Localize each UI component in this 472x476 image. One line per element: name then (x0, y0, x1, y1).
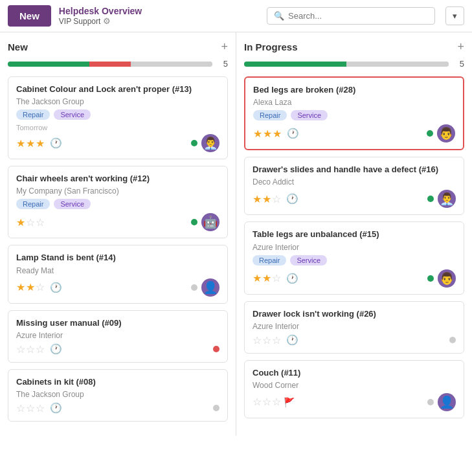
card-title: Missing user manual (#09) (16, 317, 219, 329)
column-count: 5 (454, 59, 464, 69)
clock-icon: 🕐 (286, 334, 298, 346)
kanban-card[interactable]: Table legs are unbalanced (#15) Azure In… (244, 221, 464, 294)
app-header: New Helpdesk Overview VIP Support ⚙ 🔍 ▾ (0, 0, 472, 32)
bar-container (8, 62, 212, 67)
bar-segment-red (89, 62, 130, 67)
star-empty: ☆ (26, 402, 35, 414)
card-footer: ☆☆☆ 🕐 (16, 402, 219, 414)
kanban-card[interactable]: Couch (#11) Wood Corner ☆☆☆ 🚩 👤 (244, 360, 464, 418)
star-empty: ☆ (36, 216, 45, 229)
kanban-card[interactable]: Bed legs are broken (#28) Alexa Laza Rep… (244, 76, 464, 150)
star-empty: ☆ (262, 396, 271, 408)
card-tags: RepairService (16, 199, 219, 209)
tag-service: Service (290, 255, 327, 266)
stars: ★★☆ (253, 193, 281, 205)
kanban-card[interactable]: Drawer lock isn't working (#26) Azure In… (244, 301, 464, 354)
kanban-board: New + 5 Cabinet Colour and Lock aren't p… (0, 32, 472, 436)
avatar: 👨‍💼 (438, 190, 456, 208)
star-empty: ☆ (16, 402, 25, 414)
column-in-progress: In Progress + 5 Bed legs are broken (#28… (236, 32, 472, 436)
card-rating: ★★☆ 🕐 (253, 272, 298, 284)
avatar: 🤖 (201, 213, 219, 231)
kanban-card[interactable]: Missing user manual (#09) Azure Interior… (8, 310, 228, 363)
gear-icon[interactable]: ⚙ (103, 16, 111, 26)
clock-icon: 🕐 (286, 193, 298, 205)
stars: ★★★ (16, 137, 45, 150)
header-subtitle: VIP Support ⚙ (59, 16, 142, 26)
bar-segment-gray (346, 62, 449, 67)
star-empty: ☆ (272, 272, 281, 284)
card-company: The Jackson Group (16, 390, 219, 399)
column-count: 5 (218, 59, 228, 69)
status-dot (191, 284, 197, 291)
card-tags: RepairService (253, 110, 455, 120)
card-status (213, 405, 219, 411)
search-icon: 🔍 (274, 11, 284, 21)
star-empty: ☆ (16, 343, 25, 356)
card-company: Azure Interior (16, 331, 219, 340)
kanban-card[interactable]: Cabinet Colour and Lock aren't proper (#… (8, 76, 228, 159)
star-filled: ★ (16, 137, 25, 150)
card-rating: ★★☆ 🕐 (253, 193, 298, 205)
card-footer: ★★☆ 🕐 👨 (253, 269, 456, 288)
bar-segment-green (244, 62, 346, 67)
new-button[interactable]: New (8, 5, 51, 27)
bar-container (244, 62, 449, 67)
star-empty: ☆ (272, 396, 281, 408)
kanban-card[interactable]: Cabinets in kit (#08) The Jackson Group … (8, 369, 228, 422)
star-empty: ☆ (36, 402, 45, 414)
star-filled: ★ (253, 272, 262, 284)
search-dropdown-button[interactable]: ▾ (445, 6, 464, 25)
avatar: 👤 (201, 278, 219, 297)
card-company: Azure Interior (253, 322, 456, 331)
card-title: Cabinets in kit (#08) (16, 376, 219, 388)
card-footer: ★★☆ 🕐 👨‍💼 (253, 190, 456, 208)
stars: ★☆☆ (16, 216, 45, 229)
tag-repair: Repair (253, 255, 286, 266)
card-rating: ★☆☆ (16, 216, 45, 229)
card-footer: ★★★ 🕐 👨‍💼 (16, 134, 219, 152)
kanban-card[interactable]: Lamp Stand is bent (#14) Ready Mat ★★☆ 🕐… (8, 245, 228, 303)
star-filled: ★ (253, 193, 262, 205)
column-title: New (8, 41, 28, 52)
star-filled: ★ (263, 128, 272, 140)
stars: ☆☆☆ (16, 343, 45, 356)
card-company: Azure Interior (253, 243, 456, 252)
column-header: New + (8, 40, 228, 54)
card-status: 👨 (427, 124, 455, 142)
column-add-button[interactable]: + (457, 40, 464, 54)
search-input[interactable] (288, 11, 428, 21)
star-empty: ☆ (36, 281, 45, 293)
card-rating: ★★★ 🕐 (16, 137, 62, 150)
stars: ☆☆☆ (16, 402, 45, 414)
card-rating: ☆☆☆ 🕐 (16, 402, 62, 414)
flag-icon: 🚩 (284, 397, 295, 407)
column-add-button[interactable]: + (221, 40, 228, 54)
card-status (449, 337, 456, 343)
card-footer: ★★★ 🕐 👨 (253, 124, 455, 142)
card-company: Wood Corner (253, 381, 456, 390)
avatar: 👤 (438, 393, 456, 411)
tag-repair: Repair (253, 110, 287, 120)
tag-service: Service (54, 109, 91, 120)
card-rating: ☆☆☆ 🚩 (253, 396, 295, 408)
star-filled: ★ (262, 193, 271, 205)
status-dot (449, 337, 456, 343)
clock-icon: 🕐 (50, 343, 62, 355)
card-footer: ☆☆☆ 🕐 (16, 343, 219, 356)
card-title: Lamp Stand is bent (#14) (16, 252, 219, 264)
star-filled: ★ (273, 128, 282, 140)
column-title: In Progress (244, 41, 298, 52)
card-rating: ☆☆☆ 🕐 (16, 343, 62, 356)
star-empty: ☆ (272, 334, 281, 346)
star-filled: ★ (36, 137, 45, 150)
kanban-card[interactable]: Chair wheels aren't working (#12) My Com… (8, 166, 228, 238)
clock-icon: 🕐 (50, 282, 62, 293)
star-empty: ☆ (26, 216, 35, 229)
card-status: 👨‍💼 (427, 190, 456, 208)
star-filled: ★ (26, 137, 35, 150)
kanban-card[interactable]: Drawer's slides and handle have a defect… (244, 157, 464, 215)
stars: ★★★ (253, 128, 282, 140)
star-empty: ☆ (272, 193, 281, 205)
clock-icon: 🕐 (50, 402, 62, 414)
